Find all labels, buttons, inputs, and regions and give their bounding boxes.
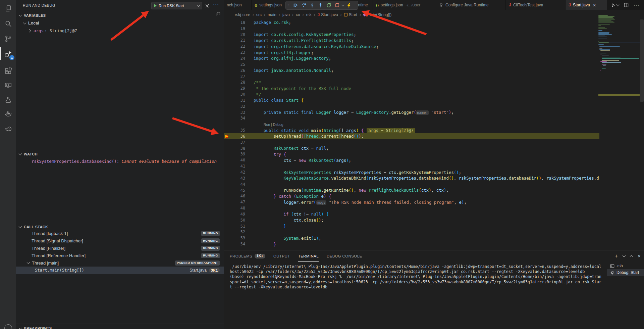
account-icon[interactable] (4, 324, 12, 329)
breakpoint-gutter[interactable] (224, 223, 230, 229)
split-editor-icon[interactable] (624, 3, 629, 7)
line-number[interactable]: 23 (230, 50, 245, 55)
step-over-button[interactable] (300, 2, 307, 9)
breakpoint-gutter[interactable] (224, 85, 230, 91)
code-line[interactable]: 26import javax.annotation.Nonnull; (224, 67, 599, 74)
gradle-icon[interactable] (0, 121, 16, 136)
line-number[interactable]: 42 (230, 170, 245, 175)
line-number[interactable]: 46 (230, 194, 245, 198)
code-line[interactable]: 43 KeyValueDataSource.validateDbKind(rsk… (224, 175, 599, 181)
breakpoint-gutter[interactable] (224, 74, 230, 80)
line-number[interactable]: 35 (230, 128, 245, 133)
breakpoint-gutter[interactable] (224, 55, 230, 61)
watch-expression[interactable]: rskSystemProperties.databaseKind(): Cann… (32, 158, 219, 164)
breakpoint-gutter[interactable] (224, 91, 230, 97)
line-number[interactable]: 52 (230, 230, 245, 234)
line-number[interactable]: 22 (230, 44, 245, 49)
chevron-down-icon[interactable] (341, 3, 345, 6)
breakpoint-gutter[interactable] (224, 145, 230, 151)
run-play-icon[interactable] (154, 4, 157, 7)
line-number[interactable]: 33 (230, 110, 245, 115)
line-number[interactable]: 41 (230, 164, 245, 169)
code-line[interactable]: 35 public static void main(String[] args… (224, 127, 599, 133)
breakpoint-gutter[interactable] (224, 49, 230, 55)
stop-button[interactable] (333, 2, 341, 9)
step-into-button[interactable] (308, 2, 316, 9)
code-line[interactable]: 34 (224, 115, 599, 122)
code-line[interactable]: 21import co.rsk.util.PreflightChecksUtil… (224, 38, 599, 44)
code-line[interactable]: 28/** (224, 79, 599, 85)
thread-row[interactable]: Thread [Finalizer]RUNNING (16, 244, 224, 252)
code-line[interactable]: 24import org.slf4j.LoggerFactory; (224, 55, 599, 61)
breakpoint-paused-icon[interactable] (225, 135, 228, 138)
line-number[interactable]: 21 (230, 38, 245, 43)
maximize-panel-icon[interactable] (630, 255, 633, 258)
thread-row[interactable]: Thread [logback-1]RUNNING (16, 230, 224, 237)
thread-row[interactable]: Thread [Reference Handler]RUNNING (16, 252, 224, 259)
breakpoint-gutter[interactable] (224, 32, 230, 38)
code-line[interactable]: 37 (224, 139, 599, 145)
code-line[interactable]: 41 (224, 163, 599, 169)
breakpoint-gutter[interactable] (224, 163, 230, 169)
tab-start-java[interactable]: JStart.java✕ (566, 0, 607, 10)
code-line[interactable]: 36 setUpThread(Thread.currentThread()); (224, 133, 599, 139)
code-line[interactable]: 45 runNode(Runtime.getRuntime(), new Pre… (224, 187, 599, 193)
breadcrumb-start-java[interactable]: JStart.java (318, 12, 338, 17)
call-stack-section-header[interactable]: CALL STACK (16, 224, 224, 230)
code-line[interactable]: 29 * The entrypoint for the RSK full nod… (224, 85, 599, 91)
breakpoint-gutter[interactable] (224, 97, 230, 103)
search-icon[interactable] (0, 16, 16, 31)
breakpoint-gutter[interactable] (224, 127, 230, 133)
breakpoint-gutter[interactable] (224, 187, 230, 193)
panel-tab-debug-console[interactable]: DEBUG CONSOLE (327, 250, 362, 262)
breakpoint-gutter[interactable] (224, 79, 230, 85)
code-line[interactable]: 52 (224, 229, 599, 235)
variable-args[interactable]: args: String[2]@7 (28, 27, 77, 34)
breakpoints-section-header[interactable]: BREAKPOINTS (16, 325, 224, 329)
code-line[interactable]: 38 RskContext ctx = null; (224, 145, 599, 151)
code-line[interactable]: 30 */ (224, 91, 599, 97)
code-line[interactable]: 53 System.exit(1); (224, 235, 599, 241)
code-line[interactable]: 48 (224, 205, 599, 211)
breakpoint-gutter[interactable] (224, 121, 230, 127)
breakpoint-gutter[interactable] (224, 19, 230, 26)
breakpoint-gutter[interactable] (224, 157, 230, 163)
breakpoint-gutter[interactable] (224, 217, 230, 223)
panel-tab-problems[interactable]: PROBLEMS1K+ (230, 250, 265, 262)
remote-explorer-icon[interactable] (0, 78, 16, 93)
breakpoint-gutter[interactable] (224, 181, 230, 187)
variables-section-header[interactable]: VARIABLES (16, 12, 224, 19)
more-actions-icon[interactable]: ··· (213, 1, 219, 7)
line-number[interactable]: 19 (230, 26, 245, 31)
terminal-item-zsh[interactable]: zsh (607, 263, 644, 269)
watch-section-header[interactable]: WATCH (16, 151, 224, 157)
code-line[interactable]: 50 ctx.close(); (224, 217, 599, 223)
close-panel-icon[interactable]: × (638, 253, 641, 259)
tab-settings-json[interactable]: {}settings.json~/.../User (373, 0, 436, 10)
source-control-icon[interactable] (0, 31, 16, 46)
terminal-output[interactable]: /usr/bin/env /Library/Internet\ Plug-Ins… (230, 264, 604, 290)
close-tab-icon[interactable]: ✕ (593, 3, 596, 8)
stack-frame-row[interactable]: Start.main(String[])Start.java36:1 (16, 267, 224, 274)
line-number[interactable]: 40 (230, 158, 245, 162)
breadcrumb-rsk[interactable]: rsk (306, 12, 312, 17)
breakpoint-gutter[interactable] (224, 229, 230, 235)
breakpoint-gutter[interactable] (224, 151, 230, 157)
line-number[interactable]: 25 (230, 62, 245, 67)
code-line[interactable]: 47 logger.error(msg: "The RSK node main … (224, 199, 599, 205)
breakpoint-gutter[interactable] (224, 199, 230, 205)
breakpoint-gutter[interactable] (224, 193, 230, 199)
line-number[interactable]: 43 (230, 176, 245, 181)
breakpoint-gutter[interactable] (224, 67, 230, 74)
line-number[interactable]: 30 (230, 92, 245, 97)
breadcrumb-start[interactable]: Start (344, 12, 357, 17)
line-number[interactable]: 27 (230, 74, 245, 79)
line-number[interactable]: 20 (230, 32, 245, 37)
breakpoint-gutter[interactable] (224, 26, 230, 32)
more-actions-icon[interactable]: ··· (634, 2, 640, 8)
launch-config-dropdown[interactable]: Run RSK Start (151, 2, 202, 9)
variables-scope-local[interactable]: Local (23, 20, 39, 27)
code-line[interactable]: 42 RskSystemProperties rskSystemProperti… (224, 169, 599, 175)
code-line[interactable]: 20import co.rsk.config.RskSystemProperti… (224, 32, 599, 38)
code-line[interactable]: 22import org.ethereum.datasource.KeyValu… (224, 43, 599, 49)
